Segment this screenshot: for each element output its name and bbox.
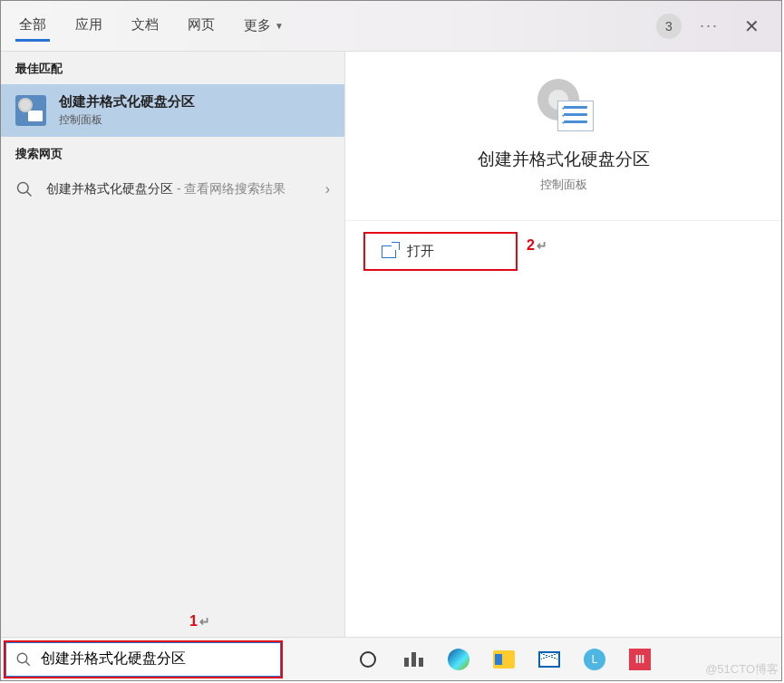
tab-docs[interactable]: 文档 [128,11,162,42]
web-search-text: 创建并格式化硬盘分区 - 查看网络搜索结果 [46,180,313,198]
detail-subtitle: 控制面板 [540,177,587,193]
best-match-title: 创建并格式化硬盘分区 [59,93,195,111]
search-icon [15,180,34,198]
watermark: @51CTO博客 [705,661,779,678]
options-button[interactable]: ··· [700,16,719,35]
best-match-subtitle: 控制面板 [59,112,195,128]
best-match-header: 最佳匹配 [1,52,344,84]
svg-point-2 [17,653,27,663]
chevron-down-icon: ▼ [275,21,284,31]
annotation-1: 1↵ [189,613,210,630]
detail-title: 创建并格式化硬盘分区 [478,148,650,171]
task-view-icon[interactable] [400,646,427,673]
rewards-badge[interactable]: 3 [656,14,682,39]
tab-all[interactable]: 全部 [15,11,50,42]
svg-line-1 [27,192,32,197]
search-tabs: 全部 应用 文档 网页 更多 ▼ [15,11,656,42]
open-icon [382,245,396,258]
mail-icon[interactable] [536,646,563,673]
tab-apps[interactable]: 应用 [72,11,106,42]
open-button[interactable]: 打开 [363,232,518,271]
svg-point-0 [18,183,29,194]
chevron-right-icon[interactable]: › [325,181,330,197]
svg-line-3 [25,661,30,666]
file-explorer-icon[interactable] [490,646,518,673]
todoist-icon[interactable]: III [626,646,653,673]
search-icon [15,651,32,668]
search-input[interactable] [41,651,271,668]
taskbar: L III [1,637,781,680]
detail-app-icon [532,79,595,133]
web-search-header: 搜索网页 [1,137,344,169]
app-l-icon[interactable]: L [581,646,608,673]
tab-more[interactable]: 更多 ▼ [240,11,287,42]
control-panel-icon [15,95,46,126]
tab-more-label: 更多 [244,17,271,34]
titlebar: 全部 应用 文档 网页 更多 ▼ 3 ··· ✕ [1,1,781,52]
close-button[interactable]: ✕ [737,12,767,41]
best-match-item[interactable]: 创建并格式化硬盘分区 控制面板 [1,84,344,137]
detail-panel: 创建并格式化硬盘分区 控制面板 打开 2↵ [345,52,781,637]
tab-web[interactable]: 网页 [184,11,218,42]
annotation-2: 2↵ [527,237,547,254]
search-box[interactable] [5,641,282,678]
results-panel: 最佳匹配 创建并格式化硬盘分区 控制面板 搜索网页 创建并格式化硬盘分区 - 查… [1,52,345,637]
open-label: 打开 [407,243,434,260]
edge-icon[interactable] [445,646,472,673]
web-search-item[interactable]: 创建并格式化硬盘分区 - 查看网络搜索结果 › [1,169,344,209]
cortana-icon[interactable] [354,646,382,673]
